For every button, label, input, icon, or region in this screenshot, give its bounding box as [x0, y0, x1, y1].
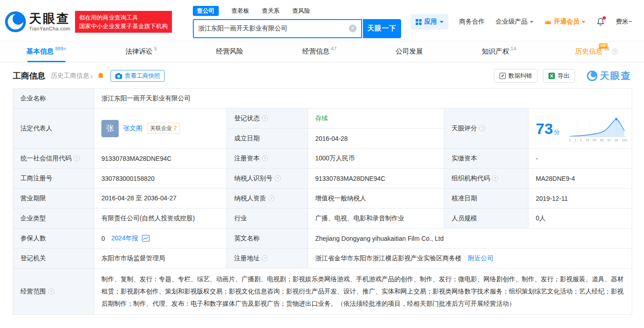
logo-name: 天眼查 — [29, 13, 70, 25]
help-icon[interactable] — [262, 155, 268, 161]
watermark-logo: 天眼查 — [587, 70, 631, 82]
chevron-down-icon — [440, 21, 443, 23]
table-row: 统一社会信用代码 91330783MA28DNE94C 注册资本 1000万人民… — [13, 149, 632, 169]
industry-value: 广播、电视、电影和录音制作业 — [308, 209, 444, 229]
tab-label: 历史信息 — [575, 47, 603, 56]
data-correction-label: 数据纠错 — [508, 72, 532, 80]
section-title: 工商信息 — [13, 70, 45, 81]
search-box[interactable] — [193, 19, 362, 38]
search-input[interactable] — [198, 25, 349, 32]
logo-swirl-icon — [5, 11, 26, 33]
reg-status-label: 登记状态 — [227, 109, 308, 129]
establish-date-label: 成立日期 — [227, 129, 308, 149]
help-icon[interactable] — [275, 175, 281, 181]
tab-label: 经营风险 — [216, 47, 243, 56]
score-distribution-chart: 0131550859799100 — [569, 115, 627, 142]
nearby-companies-link[interactable]: 附近公司 — [468, 254, 493, 263]
tab-basic-info[interactable]: 基本信息 999+ — [26, 41, 66, 62]
table-row: 经营范围 制作、复制、发行：专题、专栏、综艺、动画片、广播剧、电视剧；影视娱乐类… — [13, 268, 632, 315]
promo-banner: 都在用的商业查询工具 国家中小企业发展子基金旗下机构 — [75, 11, 172, 33]
company-type-label: 企业类型 — [13, 209, 94, 229]
business-term-label: 营业期限 — [13, 189, 94, 209]
insured-count-label: 参保人数 — [13, 229, 94, 248]
legal-rep-value: 张 张文阁 关联企业 7 — [94, 109, 227, 149]
table-row: 参保人数 0 2024年报 英文名称 Zhejiang Dongyang yih… — [13, 229, 632, 248]
score-number: 73 — [536, 121, 553, 136]
search-tab-relation[interactable]: 查关系 — [262, 7, 280, 15]
business-info-table: 企业名称 浙江东阳一画开天影业有限公司 法定代表人 张 张文阁 关联企业 7 登… — [13, 88, 632, 315]
taxpayer-quality-label: 纳税人资质 — [227, 189, 308, 209]
staff-size-label: 人员规模 — [444, 209, 528, 229]
snapshot-button-label: 查看工商快照 — [125, 72, 160, 80]
export-button[interactable]: 导出 — [543, 69, 575, 83]
company-name-value: 浙江东阳一画开天影业有限公司 — [94, 89, 632, 109]
nav-vip-label: 开通会员 — [554, 18, 579, 26]
tianyancha-logo[interactable]: 天眼查 TianYanCha.com — [5, 11, 70, 33]
search-tabs: 查公司 查老板 查关系 查风险 — [193, 6, 401, 16]
legal-rep-label: 法定代表人 — [13, 109, 94, 149]
help-icon[interactable] — [262, 255, 268, 261]
clear-search-icon[interactable] — [349, 25, 357, 32]
business-snapshot-button[interactable]: 查看工商快照 — [111, 70, 165, 82]
crown-icon — [544, 19, 552, 25]
table-row: 工商注册号 330783000158820 纳税人识别号 91330783MA2… — [13, 169, 632, 189]
search-tab-risk[interactable]: 查风险 — [292, 7, 310, 15]
trend-chart-icon[interactable] — [142, 235, 150, 242]
tab-label: 基本信息 — [26, 47, 54, 56]
nav-enterprise-products[interactable]: 企业级产品 — [496, 18, 533, 26]
help-icon[interactable] — [479, 125, 485, 131]
apps-button[interactable]: 应用 — [411, 14, 448, 30]
tab-operating-info[interactable]: 经营信息 47 — [302, 41, 337, 62]
tab-count: 5 — [154, 46, 157, 51]
search-tab-boss[interactable]: 查老板 — [231, 7, 249, 15]
org-code-label: 组织机构代码 — [444, 169, 528, 189]
table-row: 企业类型 有限责任公司(自然人投资或控股) 行业 广播、电视、电影和录音制作业 … — [13, 209, 632, 229]
history-business-info-link[interactable]: 历史工商信息 — [51, 72, 93, 80]
company-type-value: 有限责任公司(自然人投资或控股) — [94, 209, 227, 229]
username[interactable]: 费米~ — [616, 18, 632, 26]
notifications-bell[interactable] — [596, 17, 605, 26]
top-nav: 应用 商务合作 企业级产品 开通会员 费米~ — [411, 14, 632, 30]
approval-date-label: 核准日期 — [444, 189, 528, 209]
tab-intellectual-property[interactable]: 知识产权 14 — [482, 41, 516, 62]
tab-company-development[interactable]: 公司发展 — [396, 41, 423, 62]
credit-code-value: 91330783MA28DNE94C — [94, 149, 227, 169]
help-icon[interactable] — [492, 175, 498, 181]
legal-rep-avatar[interactable]: 张 — [101, 120, 119, 137]
help-icon[interactable] — [262, 115, 268, 121]
business-scope-label: 经营范围 — [13, 268, 94, 315]
top-header: 天眼查 TianYanCha.com 都在用的商业查询工具 国家中小企业发展子基… — [0, 0, 644, 41]
business-term-value: 2016-04-28 至 2036-04-27 — [94, 189, 227, 209]
subscribe-bell-icon[interactable] — [97, 72, 104, 80]
org-code-value: MA28DNE9-4 — [528, 169, 632, 189]
promo-line-1: 都在用的商业查询工具 — [79, 13, 168, 22]
tab-legal-proceedings[interactable]: 法律诉讼 5 — [126, 41, 157, 62]
reg-capital-label: 注册资本 — [227, 149, 308, 169]
table-row: 企业名称 浙江东阳一画开天影业有限公司 — [13, 89, 632, 109]
search-button[interactable]: 天眼一下 — [363, 19, 401, 38]
reg-authority-value: 东阳市市场监督管理局 — [94, 248, 227, 268]
tab-label: 知识产权 — [482, 47, 509, 56]
help-icon[interactable] — [268, 195, 274, 201]
reg-address-value: 浙江省金华市东阳市浙江横店影视产业实验区商务楼 附近公司 — [308, 248, 632, 268]
tab-operating-risk[interactable]: 经营风险 — [216, 41, 243, 62]
nav-business-cooperation[interactable]: 商务合作 — [459, 18, 485, 26]
help-icon[interactable] — [612, 49, 618, 55]
industry-label: 行业 — [227, 209, 308, 229]
nav-enterprise-label: 企业级产品 — [496, 18, 528, 26]
annual-report-link[interactable]: 2024年报 — [111, 234, 138, 243]
data-correction-button[interactable]: 数据纠错 — [494, 69, 538, 83]
help-icon[interactable] — [74, 155, 80, 161]
reg-number-value: 330783000158820 — [94, 169, 227, 189]
tab-label: 公司发展 — [396, 47, 423, 56]
nav-open-vip[interactable]: 开通会员 — [544, 18, 585, 26]
related-companies-badge[interactable]: 关联企业 7 — [147, 123, 180, 134]
tab-history-info[interactable]: 历史信息 16 VIP — [575, 41, 618, 62]
help-icon[interactable] — [48, 288, 54, 294]
tab-count: 999+ — [55, 46, 66, 51]
search-tab-company[interactable]: 查公司 — [193, 6, 219, 16]
chevron-down-icon — [582, 21, 585, 23]
reg-address-label: 注册地址 — [227, 248, 308, 268]
tab-count: 47 — [331, 46, 337, 51]
legal-rep-name-link[interactable]: 张文阁 — [123, 124, 142, 133]
